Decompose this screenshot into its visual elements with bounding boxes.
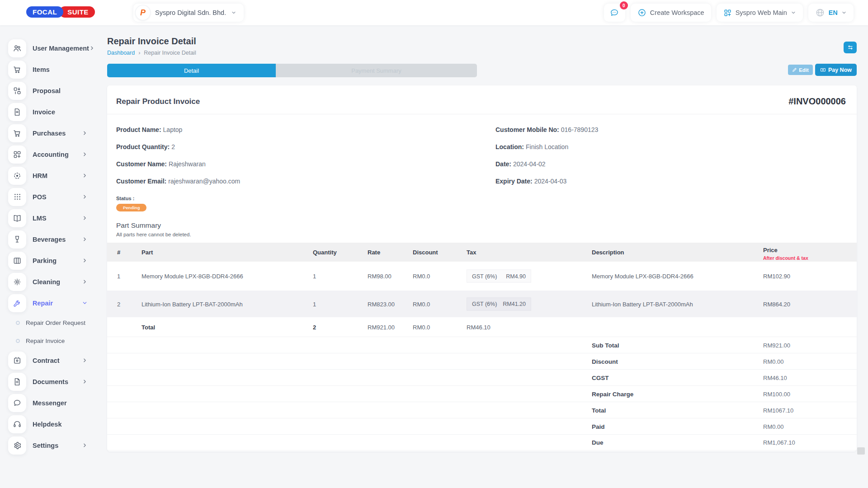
chevron-right-icon [82, 258, 88, 263]
pay-now-button[interactable]: Pay Now [815, 64, 857, 76]
chevron-right-icon [82, 236, 88, 242]
sidebar-item-lms[interactable]: LMS [0, 207, 97, 229]
sidebar-item-label: Invoice [33, 108, 88, 116]
invoice-details-left: Product Name:LaptopProduct Quantity:2Cus… [116, 126, 495, 195]
chevron-right-icon [82, 379, 88, 385]
chat-count-badge: 0 [620, 1, 628, 9]
col-header-part: Part [142, 249, 153, 256]
detail-location: Location:Finish Location [495, 143, 848, 150]
sidebar-item-label: Messenger [33, 399, 88, 407]
app-logo: FOCAL SUITE [26, 6, 95, 18]
col-header-rate: Rate [368, 249, 380, 256]
sidebar-item-messenger[interactable]: Messenger [0, 392, 97, 413]
total-quantity: 2 [313, 324, 316, 330]
sidebar-item-label: Accounting [33, 151, 82, 158]
sidebar-subitem-label: Repair Order Request [26, 319, 85, 326]
card-title: Repair Product Invoice [116, 97, 200, 106]
wrench-icon [8, 294, 26, 312]
gear-icon [8, 436, 26, 455]
edit-button[interactable]: Edit [788, 65, 813, 75]
invoice-card: Repair Product Invoice #INVO000006 Produ… [107, 85, 857, 451]
workspace-selector[interactable]: Syspro Web Main [717, 4, 803, 22]
parking-icon [8, 252, 26, 270]
sidebar-item-proposal[interactable]: Proposal [0, 80, 97, 101]
sidebar-item-documents[interactable]: Documents [0, 371, 97, 392]
sidebar-item-user-management[interactable]: User Management [0, 38, 97, 59]
tax-chip: GST (6%)RM4.90 [467, 270, 531, 283]
detail-customer-mobile-no: Customer Mobile No:016-7890123 [495, 126, 848, 133]
pos-icon [8, 188, 26, 206]
sidebar-item-label: Parking [33, 257, 82, 264]
toggle-panel-button[interactable] [844, 42, 857, 53]
sidebar-item-beverages[interactable]: Beverages [0, 229, 97, 250]
plus-circle-icon [637, 8, 646, 17]
sidebar-item-repair[interactable]: Repair [0, 292, 97, 314]
sidebar-item-settings[interactable]: Settings [0, 435, 97, 456]
sidebar-item-label: Helpdesk [33, 421, 88, 428]
cart-icon [8, 124, 26, 142]
messages-button[interactable]: 0 [604, 4, 625, 22]
logo-suite: SUITE [59, 6, 95, 18]
summary-row-paid: PaidRM0.00 [107, 418, 857, 434]
sidebar-item-invoice[interactable]: Invoice [0, 101, 97, 122]
chevron-right-icon [82, 194, 88, 200]
chevron-right-icon [82, 357, 88, 363]
main-content: Repair Invoice Detail Dashboard › Repair… [97, 0, 868, 451]
summary-row-sub-total: Sub TotalRM921.00 [107, 337, 857, 353]
sidebar-item-label: Documents [33, 378, 82, 385]
company-selector[interactable]: P Syspro Digital Sdn. Bhd. [133, 4, 244, 22]
sidebar-item-label: LMS [33, 215, 82, 222]
cleaning-icon [8, 273, 26, 291]
sidebar-subitem-repair-invoice[interactable]: Repair Invoice [0, 332, 97, 350]
pay-now-label: Pay Now [828, 67, 852, 73]
detail-tabs: Detail Payment Summary [107, 64, 477, 77]
topbar-actions: 0 Create Workspace Syspro Web Main EN [604, 4, 854, 22]
language-selector[interactable]: EN [808, 4, 854, 22]
create-workspace-label: Create Workspace [650, 9, 704, 16]
banknote-icon [820, 67, 826, 73]
tax-chip: GST (6%)RM41.20 [467, 297, 531, 310]
total-tax: RM46.10 [467, 324, 491, 330]
total-rate: RM921.00 [368, 324, 395, 330]
breadcrumb: Dashboard › Repair Invoice Detail [107, 50, 857, 56]
chat-icon [8, 394, 26, 412]
part-row-1: 1Memory Module LPX-8GB-DDR4-26661RM98.00… [107, 262, 857, 291]
chat-bubble-icon [609, 8, 619, 18]
sidebar-item-pos[interactable]: POS [0, 186, 97, 207]
sidebar-item-purchases[interactable]: Purchases [0, 122, 97, 144]
sidebar-item-cleaning[interactable]: Cleaning [0, 271, 97, 292]
scrollbar-thumb[interactable] [857, 447, 865, 455]
create-workspace-button[interactable]: Create Workspace [631, 4, 711, 22]
col-header-description: Description [592, 249, 624, 256]
part-summary-title: Part Summary [116, 221, 848, 230]
invoice-icon [8, 103, 26, 121]
breadcrumb-current: Repair Invoice Detail [144, 50, 196, 56]
breadcrumb-dashboard-link[interactable]: Dashboard [107, 50, 135, 56]
summary-row-repair-charge: Repair ChargeRM100.00 [107, 385, 857, 402]
sidebar-item-items[interactable]: Items [0, 59, 97, 80]
status-label: Status : [116, 196, 848, 201]
chevron-down-icon [841, 10, 847, 15]
sidebar-item-label: Purchases [33, 130, 82, 137]
accounting-icon [8, 145, 26, 164]
chevron-right-icon [82, 279, 88, 285]
sidebar-item-label: Cleaning [33, 278, 82, 286]
sidebar-item-contract[interactable]: Contract [0, 350, 97, 371]
sidebar-item-accounting[interactable]: Accounting [0, 144, 97, 165]
sidebar-item-helpdesk[interactable]: Helpdesk [0, 413, 97, 435]
sidebar-subitem-repair-order-request[interactable]: Repair Order Request [0, 314, 97, 332]
col-header-no: # [117, 249, 120, 256]
sidebar-item-parking[interactable]: Parking [0, 250, 97, 271]
sidebar-subitem-label: Repair Invoice [26, 338, 65, 344]
company-name: Syspro Digital Sdn. Bhd. [155, 9, 226, 16]
col-header-quantity: Quantity [313, 249, 337, 256]
users-icon [8, 39, 26, 57]
detail-customer-email: Customer Email:rajeshwaran@yahoo.com [116, 178, 495, 185]
tab-payment-summary[interactable]: Payment Summary [276, 64, 477, 77]
book-icon [8, 209, 26, 227]
tab-detail[interactable]: Detail [107, 64, 276, 77]
sidebar-item-hrm[interactable]: HRM [0, 165, 97, 186]
hrm-icon [8, 167, 26, 185]
sidebar-item-label: Proposal [33, 87, 88, 94]
invoice-details-right: Customer Mobile No:016-7890123Location:F… [495, 126, 848, 195]
